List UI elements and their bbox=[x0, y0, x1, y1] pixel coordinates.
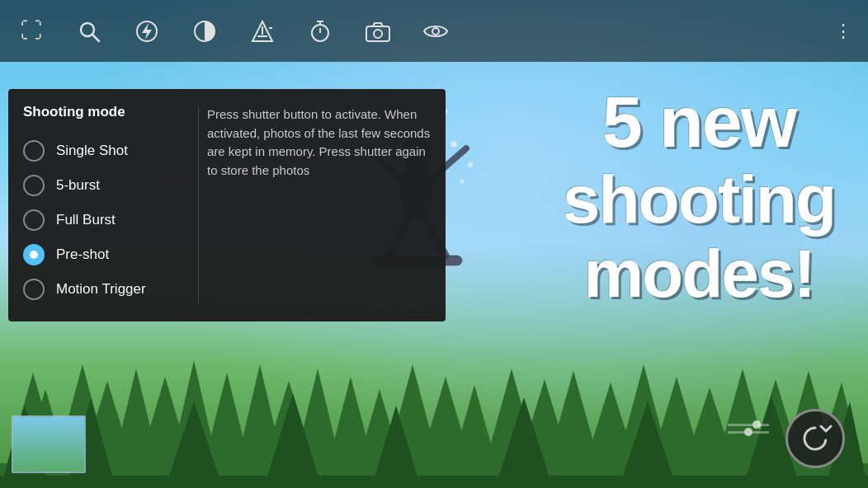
option-full-burst[interactable]: Full Burst bbox=[20, 203, 186, 237]
option-pre-shot[interactable]: Pre-shot bbox=[20, 237, 186, 272]
svg-line-56 bbox=[92, 35, 99, 41]
slider-track-1[interactable] bbox=[728, 424, 769, 426]
camera-icon[interactable] bbox=[361, 15, 394, 48]
svg-point-50 bbox=[460, 180, 465, 184]
shooting-options-list: Shooting mode Single Shot 5-burst Full B… bbox=[8, 104, 198, 307]
expand-icon[interactable]: ⛶ bbox=[15, 15, 48, 48]
svg-point-52 bbox=[468, 162, 473, 167]
label-five-burst: 5-burst bbox=[56, 177, 100, 194]
option-five-burst[interactable]: 5-burst bbox=[20, 168, 186, 203]
svg-rect-37 bbox=[0, 476, 868, 488]
photo-thumbnail[interactable] bbox=[12, 415, 86, 473]
svg-rect-68 bbox=[366, 26, 389, 41]
svg-point-70 bbox=[432, 28, 439, 35]
promo-line3: modes! bbox=[563, 237, 835, 311]
promo-line2: shooting bbox=[563, 162, 835, 237]
shooting-mode-title: Shooting mode bbox=[20, 104, 186, 120]
shooting-description: Press shutter button to activate. When a… bbox=[199, 104, 446, 307]
radio-five-burst[interactable] bbox=[23, 175, 45, 196]
label-single-shot: Single Shot bbox=[56, 143, 128, 159]
slider-row-1 bbox=[728, 424, 769, 426]
radio-motion-trigger[interactable] bbox=[23, 279, 45, 300]
option-single-shot[interactable]: Single Shot bbox=[20, 134, 186, 168]
flash-icon[interactable] bbox=[130, 15, 163, 48]
eye-icon[interactable] bbox=[419, 15, 452, 48]
label-full-burst: Full Burst bbox=[56, 212, 116, 228]
slider-thumb-1 bbox=[752, 420, 761, 429]
radio-inner-pre-shot bbox=[30, 251, 38, 259]
slider-row-2 bbox=[728, 431, 769, 434]
promo-text: 5 new shooting modes! bbox=[563, 82, 835, 311]
label-pre-shot: Pre-shot bbox=[56, 246, 109, 263]
option-motion-trigger[interactable]: Motion Trigger bbox=[20, 272, 186, 307]
more-menu-button[interactable]: ⋮ bbox=[834, 21, 853, 42]
refresh-icon bbox=[798, 421, 833, 456]
radio-single-shot[interactable] bbox=[23, 140, 45, 162]
slider-track-2[interactable] bbox=[728, 431, 769, 434]
shooting-mode-panel: Shooting mode Single Shot 5-burst Full B… bbox=[8, 89, 446, 321]
radio-pre-shot[interactable] bbox=[23, 244, 45, 265]
svg-point-46 bbox=[451, 141, 457, 148]
slider-thumb-2 bbox=[744, 428, 752, 436]
search-icon[interactable] bbox=[73, 15, 106, 48]
svg-marker-58 bbox=[142, 23, 152, 40]
brightness-icon[interactable] bbox=[188, 15, 221, 48]
toolbar: ⛶ bbox=[0, 0, 868, 62]
svg-point-69 bbox=[374, 30, 382, 38]
refresh-button[interactable] bbox=[785, 409, 845, 468]
label-motion-trigger: Motion Trigger bbox=[56, 281, 146, 298]
promo-line1: 5 new bbox=[563, 82, 835, 162]
thumbnail-preview bbox=[13, 417, 84, 472]
settings-sliders bbox=[728, 424, 769, 439]
radio-full-burst[interactable] bbox=[23, 209, 45, 231]
timer-icon[interactable] bbox=[304, 15, 337, 48]
treeline bbox=[0, 323, 868, 488]
exposure-icon[interactable] bbox=[246, 15, 279, 48]
